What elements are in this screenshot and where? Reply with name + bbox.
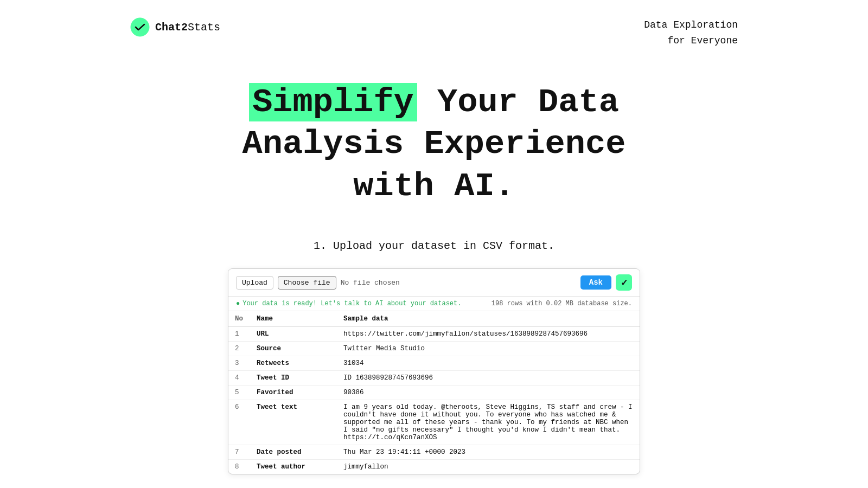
table-header-row: No Name Sample data [228,311,640,327]
cell-sample: 90386 [337,386,640,400]
col-header-name: Name [250,311,337,327]
col-header-no: No [228,311,250,327]
cell-name: Date posted [250,445,337,460]
step1-label: 1. Upload your dataset in CSV format. [0,240,868,252]
check-button[interactable]: ✓ [616,274,632,291]
ask-button[interactable]: Ask [580,275,611,290]
cell-sample: Thu Mar 23 19:41:11 +0000 2023 [337,445,640,460]
cell-no: 6 [228,400,250,445]
table-row: 6 Tweet text I am 9 years old today. @th… [228,400,640,445]
upload-button[interactable]: Upload [236,276,273,290]
table-row: 3 Retweets 31034 [228,356,640,371]
hero-section: Simplify Your Data Analysis Experience w… [0,49,868,219]
cell-no: 2 [228,342,250,356]
logo: Chat2Stats [130,17,220,37]
cell-no: 4 [228,371,250,386]
status-info: 198 rows with 0.02 MB database size. [492,300,632,307]
cell-sample: I am 9 years old today. @theroots, Steve… [337,400,640,445]
choose-file-button[interactable]: Choose file [278,276,336,290]
cell-sample: 31034 [337,356,640,371]
cell-no: 5 [228,386,250,400]
checkmark-icon: ✓ [621,278,628,288]
table-row: 1 URL https://twitter.com/jimmyfallon/st… [228,327,640,342]
cell-no: 8 [228,460,250,474]
status-dot-icon: ● [236,300,240,307]
table-row: 5 Favorited 90386 [228,386,640,400]
tagline: Data Exploration for Everyone [644,17,738,49]
cell-name: Tweet author [250,460,337,474]
cell-no: 1 [228,327,250,342]
data-table: No Name Sample data 1 URL https://twitte… [228,311,640,474]
demo-widget: Upload Choose file No file chosen Ask ✓ … [228,268,640,474]
cell-no: 3 [228,356,250,371]
table-row: 2 Source Twitter Media Studio [228,342,640,356]
toolbar-left: Upload Choose file No file chosen [236,276,400,290]
cell-sample: Twitter Media Studio [337,342,640,356]
status-ready: ● Your data is ready! Let's talk to AI a… [236,300,461,307]
table-row: 7 Date posted Thu Mar 23 19:41:11 +0000 … [228,445,640,460]
table-row: 4 Tweet ID ID 1638989287457693696 [228,371,640,386]
status-bar: ● Your data is ready! Let's talk to AI a… [228,297,640,311]
cell-name: Tweet ID [250,371,337,386]
cell-name: Favorited [250,386,337,400]
cell-no: 7 [228,445,250,460]
cell-sample: ID 1638989287457693696 [337,371,640,386]
cell-sample: https://twitter.com/jimmyfallon/statuses… [337,327,640,342]
cell-name: Retweets [250,356,337,371]
hero-title: Simplify Your Data Analysis Experience w… [0,81,868,208]
col-header-sample: Sample data [337,311,640,327]
table-row: 8 Tweet author jimmyfallon [228,460,640,474]
cell-name: Source [250,342,337,356]
svg-point-0 [131,18,149,36]
header: Chat2Stats Data Exploration for Everyone [0,0,868,49]
cell-name: URL [250,327,337,342]
widget-toolbar: Upload Choose file No file chosen Ask ✓ [228,269,640,297]
logo-icon [130,17,150,37]
toolbar-right: Ask ✓ [580,274,632,291]
hero-highlight: Simplify [249,83,417,121]
no-file-label: No file chosen [341,279,400,287]
cell-sample: jimmyfallon [337,460,640,474]
logo-text: Chat2Stats [155,21,220,34]
cell-name: Tweet text [250,400,337,445]
